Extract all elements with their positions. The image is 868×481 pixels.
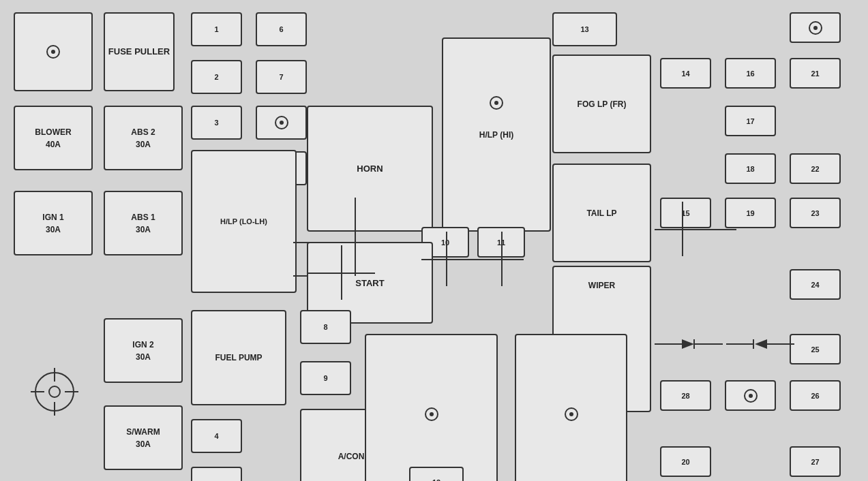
- svg-point-1: [49, 386, 60, 397]
- num21: 21: [790, 58, 841, 89]
- num12: 12: [409, 467, 464, 481]
- svg-marker-7: [682, 339, 694, 349]
- ign2: IGN 230A: [104, 318, 183, 383]
- blower: BLOWER40A: [14, 106, 93, 170]
- horn: HORN: [307, 106, 433, 232]
- connector-h2: [293, 275, 307, 277]
- num20: 20: [660, 446, 711, 477]
- tail-lp: TAIL LP: [552, 164, 651, 262]
- num27: 27: [790, 446, 841, 477]
- num8: 8: [300, 310, 351, 344]
- large-bottom: [365, 334, 498, 481]
- circle-tl: [14, 12, 93, 91]
- num26: 26: [790, 380, 841, 411]
- num23: 23: [790, 198, 841, 228]
- num7: 7: [256, 60, 307, 94]
- ign1: IGN 130A: [14, 191, 93, 255]
- num5: 5: [191, 467, 242, 481]
- fuse-box-diagram: FUSE PULLER BLOWER40A ABS 230A IGN 130A …: [0, 0, 868, 481]
- num22: 22: [790, 153, 841, 184]
- connector-v1: [355, 198, 356, 242]
- circle-sm1: [256, 106, 307, 140]
- num6: 6: [256, 12, 307, 46]
- num4: 4: [191, 419, 242, 453]
- num14: 14: [660, 58, 711, 89]
- num19: 19: [725, 198, 776, 228]
- num17: 17: [725, 106, 776, 136]
- fuse-puller: FUSE PULLER: [104, 12, 175, 91]
- hlp-lo-lh: H/LP (LO-LH): [191, 150, 297, 293]
- num16: 16: [725, 58, 776, 89]
- fog-lp-fr: FOG LP (FR): [552, 55, 651, 153]
- start-h: [307, 273, 375, 274]
- circle-icon-tl: [46, 45, 60, 59]
- crosshair-symbol: [31, 368, 78, 416]
- num28: 28: [660, 380, 711, 411]
- large-wiper-bottom: [515, 334, 627, 481]
- swarm: S/WARM30A: [104, 405, 183, 470]
- num2: 2: [191, 60, 242, 94]
- num13: 13: [552, 12, 617, 46]
- connector-h1: [293, 242, 361, 243]
- arrow-diode-reverse: [726, 334, 767, 354]
- right-conn-h: [655, 229, 736, 230]
- wiper-conn-h: [421, 259, 524, 260]
- num15: 15: [660, 198, 711, 228]
- circle-tr: [790, 12, 841, 43]
- abs2: ABS 230A: [104, 106, 183, 170]
- hlp-hi: H/LP (HI): [442, 37, 551, 232]
- num18: 18: [725, 153, 776, 184]
- num3: 3: [191, 106, 242, 140]
- num1: 1: [191, 12, 242, 46]
- connector-v2: [355, 242, 356, 276]
- num24: 24: [790, 269, 841, 300]
- fuel-pump: FUEL PUMP: [191, 310, 286, 405]
- circle-19area: [725, 380, 776, 411]
- abs1: ABS 130A: [104, 191, 183, 255]
- num25: 25: [790, 334, 841, 364]
- arrow-diode-forward: [655, 334, 695, 354]
- num9: 9: [300, 361, 351, 395]
- svg-marker-12: [755, 339, 767, 349]
